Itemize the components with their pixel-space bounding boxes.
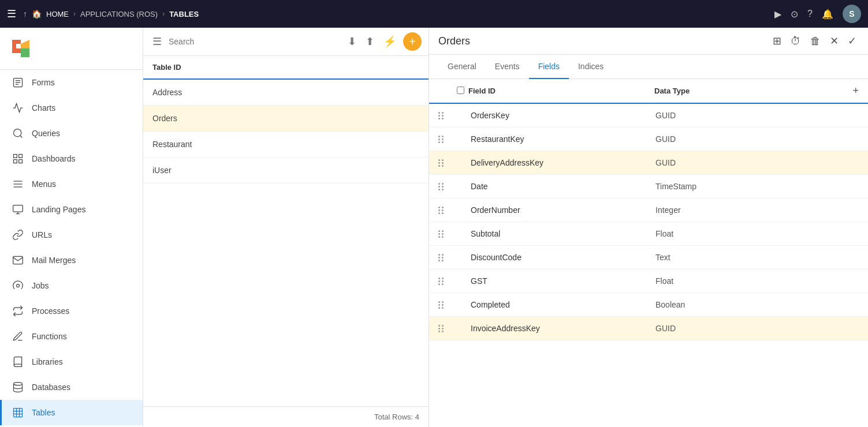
add-table-button[interactable]: +: [403, 32, 422, 51]
field-id-value: DeliveryAddressKey: [471, 158, 655, 167]
logo: [0, 28, 143, 70]
avatar[interactable]: S: [843, 5, 861, 23]
search-input[interactable]: [169, 37, 341, 46]
table-toolbar: ☰ ⬇ ⬆ ⚡ +: [143, 28, 429, 56]
help-icon[interactable]: ?: [807, 9, 813, 19]
delete-button[interactable]: 🗑: [808, 33, 823, 50]
drag-handle[interactable]: [438, 207, 457, 214]
sidebar-item-queries[interactable]: Queries: [0, 121, 143, 146]
layout: Forms Charts Queries Dashboards Menus La…: [0, 28, 868, 427]
svg-line-8: [20, 136, 23, 138]
sidebar-item-landing-pages[interactable]: Landing Pages: [0, 197, 143, 222]
sidebar-item-mail-merges[interactable]: Mail Merges: [0, 248, 143, 273]
upload-icon[interactable]: ⬆: [363, 33, 377, 50]
fields-header: Orders ⊞ ⏱ 🗑 ✕ ✓: [429, 28, 868, 55]
sidebar-databases-icon: [11, 380, 25, 394]
lightning-icon[interactable]: ⚡: [381, 33, 398, 50]
filter-icon[interactable]: ☰: [150, 33, 164, 50]
download-icon[interactable]: ⬇: [345, 33, 359, 50]
field-id-value: Date: [471, 182, 655, 191]
field-type-value: GUID: [655, 158, 840, 167]
sidebar-queries-icon: [11, 126, 25, 140]
svg-marker-2: [21, 48, 29, 57]
drag-handle[interactable]: [438, 301, 457, 309]
field-row: DeliveryAddressKey GUID: [429, 151, 868, 175]
table-row[interactable]: Restaurant: [143, 132, 429, 158]
field-row: DiscountCode Text: [429, 246, 868, 269]
field-row: InvoiceAddressKey GUID: [429, 317, 868, 340]
field-type-value: GUID: [655, 134, 840, 144]
checkbox-col-header: [457, 87, 468, 96]
field-type-value: Boolean: [655, 300, 840, 309]
field-id-header: Field ID: [468, 87, 654, 95]
table-id-header: Table ID: [143, 56, 429, 80]
search-icon[interactable]: ⊙: [791, 9, 798, 20]
select-all-checkbox[interactable]: [457, 87, 464, 94]
field-row: Date TimeStamp: [429, 175, 868, 198]
sidebar: Forms Charts Queries Dashboards Menus La…: [0, 28, 143, 427]
sidebar-item-databases[interactable]: Databases: [0, 374, 143, 400]
field-id-value: Completed: [471, 300, 655, 309]
sidebar-forms-icon: [11, 76, 25, 89]
history-button[interactable]: ⏱: [788, 33, 803, 50]
menu-icon[interactable]: ☰: [7, 8, 16, 20]
drag-handle[interactable]: [438, 230, 457, 238]
tab-indices[interactable]: Indices: [569, 55, 613, 79]
svg-rect-9: [14, 155, 17, 158]
drag-handle[interactable]: [438, 159, 457, 167]
table-list: AddressOrdersRestaurantiUser: [143, 80, 429, 406]
sidebar-tables-icon: [11, 406, 25, 419]
table-row[interactable]: Orders: [143, 106, 429, 132]
sidebar-databases-label: Databases: [32, 383, 70, 392]
sidebar-jobs-label: Jobs: [32, 281, 49, 290]
breadcrumb: ↑ 🏠 HOME › APPLICATIONS (ROS) › TABLES: [23, 9, 770, 18]
svg-point-19: [17, 284, 20, 287]
drag-handle[interactable]: [438, 254, 457, 261]
tab-events[interactable]: Events: [486, 55, 529, 79]
drag-handle[interactable]: [438, 325, 457, 332]
add-field-button[interactable]: +: [840, 85, 859, 97]
play-icon[interactable]: ▶: [774, 9, 781, 20]
field-id-value: RestaurantKey: [471, 134, 655, 144]
sidebar-item-tables[interactable]: Tables: [0, 400, 143, 425]
sidebar-charts-label: Charts: [32, 103, 55, 113]
tab-fields[interactable]: Fields: [529, 55, 569, 79]
sidebar-libraries-icon: [11, 355, 25, 369]
drag-handle[interactable]: [438, 183, 457, 190]
field-id-value: GST: [471, 276, 655, 286]
sidebar-item-libraries[interactable]: Libraries: [0, 349, 143, 374]
grid-view-button[interactable]: ⊞: [770, 32, 784, 50]
sidebar-landing-pages-icon: [11, 203, 25, 216]
fields-panel: Orders ⊞ ⏱ 🗑 ✕ ✓ GeneralEventsFieldsIndi…: [429, 28, 868, 427]
table-row[interactable]: Address: [143, 80, 429, 106]
sidebar-mail-merges-label: Mail Merges: [32, 256, 76, 265]
drag-handle[interactable]: [438, 278, 457, 285]
breadcrumb-tables: TABLES: [169, 10, 199, 18]
close-button[interactable]: ✕: [828, 32, 841, 50]
breadcrumb-app[interactable]: APPLICATIONS (ROS): [80, 10, 158, 18]
sidebar-item-urls[interactable]: URLs: [0, 222, 143, 248]
sidebar-item-menus[interactable]: Menus: [0, 171, 143, 197]
breadcrumb-home[interactable]: HOME: [46, 10, 69, 18]
sidebar-item-jobs[interactable]: Jobs: [0, 273, 143, 298]
sidebar-item-dashboards[interactable]: Dashboards: [0, 146, 143, 171]
field-id-value: Subtotal: [471, 229, 655, 238]
notification-icon[interactable]: 🔔: [822, 9, 833, 20]
sidebar-item-charts[interactable]: Charts: [0, 95, 143, 121]
five-logo-icon: [9, 37, 32, 60]
sidebar-item-processes[interactable]: Processes: [0, 298, 143, 324]
sidebar-jobs-icon: [11, 279, 25, 293]
sidebar-item-functions[interactable]: Functions: [0, 324, 143, 349]
field-row: Subtotal Float: [429, 222, 868, 246]
field-id-value: OrdersKey: [471, 111, 655, 120]
table-row[interactable]: iUser: [143, 158, 429, 183]
sidebar-item-forms[interactable]: Forms: [0, 70, 143, 95]
drag-handle[interactable]: [438, 112, 457, 119]
drag-handle[interactable]: [438, 136, 457, 143]
main-content: ☰ ⬇ ⬆ ⚡ + Table ID AddressOrdersRestaura…: [143, 28, 868, 427]
confirm-button[interactable]: ✓: [845, 32, 859, 50]
tab-general[interactable]: General: [438, 55, 486, 79]
svg-rect-16: [13, 205, 23, 212]
sidebar-processes-label: Processes: [32, 306, 69, 316]
breadcrumb-up-icon[interactable]: ↑: [23, 9, 27, 18]
